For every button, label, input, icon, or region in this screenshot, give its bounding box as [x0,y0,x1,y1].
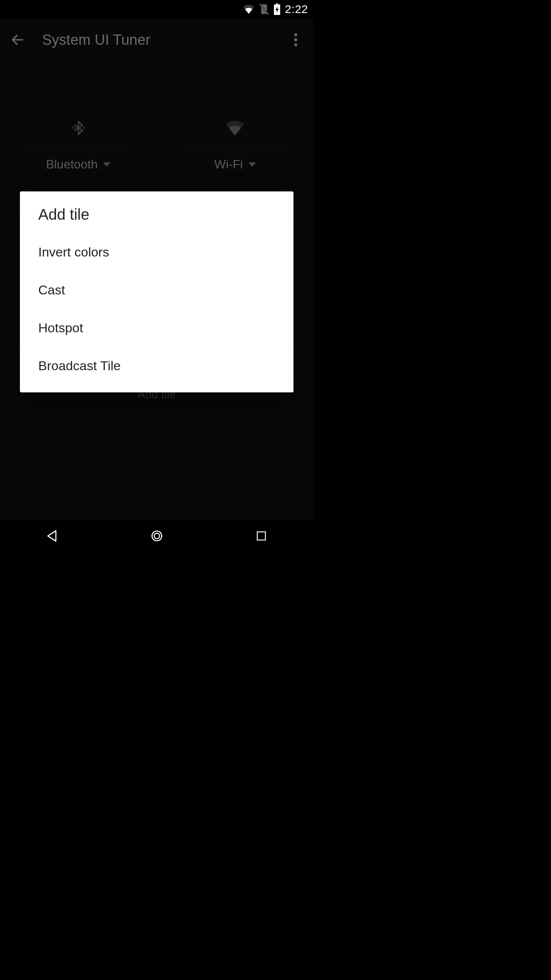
status-time: 2:22 [285,3,308,16]
wifi-tile-icon [226,119,244,137]
nav-recents-button[interactable] [238,524,284,547]
svg-point-6 [294,38,297,41]
bluetooth-icon [69,119,88,137]
back-button[interactable] [7,29,28,51]
svg-point-11 [154,533,159,539]
overflow-menu-button[interactable] [285,29,306,51]
status-bar: 2:22 [0,0,313,18]
wifi-icon [243,5,254,14]
tile-label-row[interactable]: Bluetooth [46,157,111,172]
dialog-item-cast[interactable]: Cast [20,271,293,309]
tile-label: Wi-Fi [214,157,243,172]
svg-point-10 [152,531,162,541]
tile-bluetooth[interactable]: Bluetooth [0,119,157,172]
svg-rect-12 [257,532,265,540]
svg-point-8 [72,127,74,129]
dialog-title: Add tile [20,191,293,233]
dialog-item-invert-colors[interactable]: Invert colors [20,233,293,271]
no-sim-icon [259,3,269,15]
tile-label: Bluetooth [46,157,98,172]
tile-divider [27,147,130,147]
nav-home-button[interactable] [134,524,180,547]
navigation-bar [0,521,313,551]
battery-charging-icon [274,3,280,15]
chevron-down-icon [103,162,111,167]
tile-divider [183,147,287,147]
tile-wifi[interactable]: Wi-Fi [157,119,314,172]
svg-point-9 [83,127,85,129]
svg-point-7 [294,43,297,46]
device-frame: 2:22 System UI Tuner [0,0,313,551]
nav-back-button[interactable] [29,524,75,547]
dialog-item-broadcast-tile[interactable]: Broadcast Tile [20,347,293,385]
add-tile-dialog: Add tile Invert colors Cast Hotspot Broa… [20,191,293,392]
svg-rect-3 [276,3,278,5]
app-bar: System UI Tuner [0,18,313,61]
dialog-item-hotspot[interactable]: Hotspot [20,309,293,347]
quick-settings-tiles: Bluetooth Wi-Fi [0,61,313,172]
tile-label-row[interactable]: Wi-Fi [214,157,256,172]
chevron-down-icon [248,162,256,167]
page-title: System UI Tuner [42,32,285,48]
svg-point-5 [294,33,297,36]
